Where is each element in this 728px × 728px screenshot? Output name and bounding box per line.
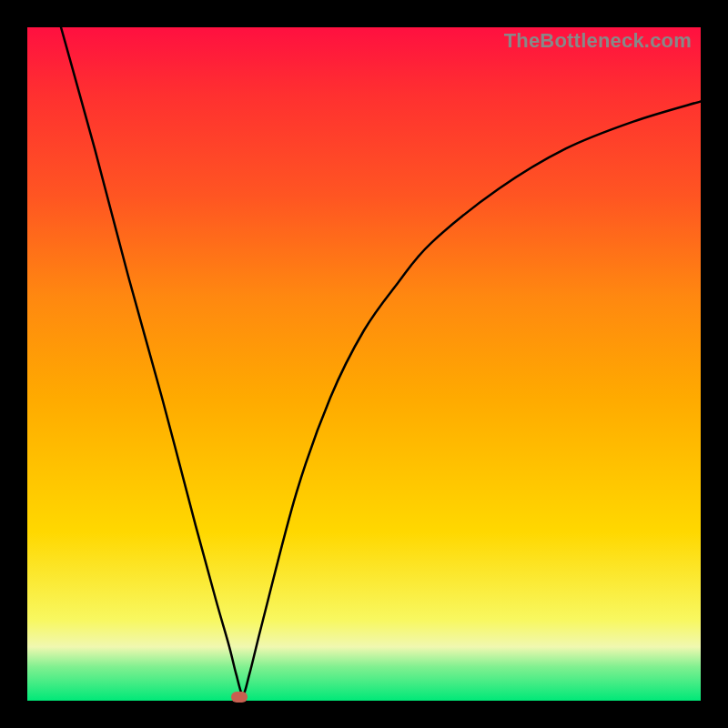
curve-layer: [27, 27, 701, 701]
optimum-marker: [231, 692, 248, 703]
chart-frame: TheBottleneck.com: [0, 0, 728, 728]
bottleneck-curve: [27, 27, 701, 694]
plot-area: TheBottleneck.com: [27, 27, 701, 701]
